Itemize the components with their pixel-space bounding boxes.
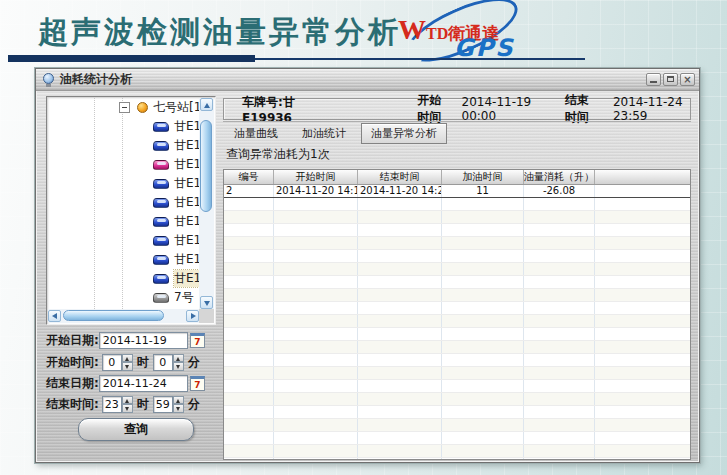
table-row[interactable]: 22014-11-20 14:13...2014-11-20 14:23...1… <box>224 185 690 198</box>
column-header[interactable]: 加油时间 <box>442 170 524 184</box>
stepper-up-button[interactable] <box>173 354 184 363</box>
table-header-row: 编号开始时间结束时间加油时间油量消耗（升） <box>224 170 690 185</box>
tree-vertical-scrollbar[interactable] <box>199 98 214 309</box>
column-header[interactable]: 结束时间 <box>358 170 442 184</box>
stepper-up-button[interactable] <box>122 396 133 405</box>
table-cell[interactable]: 2014-11-20 14:23... <box>358 185 442 197</box>
tree-root-node[interactable]: 七号站[11] <box>48 98 199 117</box>
scroll-up-button[interactable] <box>200 98 213 111</box>
column-header[interactable]: 编号 <box>224 170 274 184</box>
table-empty-row <box>224 237 690 250</box>
stepper-down-button[interactable] <box>173 362 184 371</box>
table-cell <box>358 224 442 236</box>
scroll-left-button[interactable] <box>48 310 61 322</box>
tree-item[interactable]: 甘E1 <box>48 250 199 269</box>
table-cell[interactable]: -26.08 <box>524 185 595 197</box>
chevron-right-icon <box>191 313 196 319</box>
tree-item-label[interactable]: 甘E1 <box>174 156 199 173</box>
table-cell <box>358 393 442 405</box>
tab-fuel-curve[interactable]: 油量曲线 <box>225 124 287 143</box>
tree-item-label[interactable]: 7号 <box>174 289 194 306</box>
end-hour-stepper[interactable]: 23 <box>102 396 133 413</box>
table-empty-row <box>224 445 690 458</box>
collapse-minus-icon[interactable] <box>119 102 130 113</box>
column-header[interactable]: 油量消耗（升） <box>524 170 595 184</box>
start-hour-value[interactable]: 0 <box>102 354 122 371</box>
end-minute-value[interactable]: 59 <box>153 396 173 413</box>
table-cell-filler <box>595 263 690 275</box>
stepper-up-button[interactable] <box>122 354 133 363</box>
page-title: 超声波检测油量异常分析 <box>38 12 401 53</box>
tree-root-label[interactable]: 七号站[11] <box>153 99 199 116</box>
tree-item[interactable]: 甘E1 <box>48 193 199 212</box>
table-cell <box>358 458 442 460</box>
start-time-row: 开始时间: 0 时 0 分 <box>46 353 218 371</box>
tree-item[interactable]: 甘E1 <box>48 269 199 288</box>
tree-horizontal-scrollbar[interactable] <box>48 309 199 323</box>
tree-item-label[interactable]: 甘E1 <box>174 137 199 154</box>
tree-item-label[interactable]: 甘E1 <box>174 270 199 287</box>
table-cell[interactable]: 11 <box>442 185 524 197</box>
start-minute-stepper[interactable]: 0 <box>153 354 184 371</box>
tree-item-label[interactable]: 甘E1 <box>174 213 199 230</box>
vertical-scroll-thumb[interactable] <box>200 120 212 212</box>
tree-item[interactable]: 甘E1 <box>48 117 199 136</box>
tree-item[interactable]: 甘E1 <box>48 174 199 193</box>
scroll-right-button[interactable] <box>186 310 199 322</box>
start-date-calendar-icon[interactable]: 7 <box>190 333 205 348</box>
table-cell <box>442 198 524 210</box>
car-icon <box>153 198 169 208</box>
close-icon: × <box>681 73 694 86</box>
tab-refuel-stats[interactable]: 加油统计 <box>293 124 355 143</box>
table-cell[interactable]: 2 <box>224 185 274 197</box>
table-cell <box>274 315 358 327</box>
start-hour-stepper[interactable]: 0 <box>102 354 133 371</box>
close-button[interactable]: × <box>680 73 695 86</box>
tree-item-label[interactable]: 甘E1 <box>174 175 199 192</box>
scroll-down-button[interactable] <box>200 296 213 309</box>
table-cell <box>442 289 524 301</box>
tree-item[interactable]: 甘E1 <box>48 155 199 174</box>
start-date-input[interactable]: 2014-11-19 <box>99 332 188 349</box>
stepper-down-button[interactable] <box>173 404 184 413</box>
stepper-down-button[interactable] <box>122 362 133 371</box>
vehicle-tree-viewport[interactable]: 七号站[11] 甘E1甘E1甘E1甘E1甘E1甘E1甘E1甘E1甘E17号甘E1 <box>48 98 199 309</box>
table-cell <box>524 380 595 392</box>
table-cell <box>358 445 442 457</box>
car-icon <box>153 122 169 132</box>
car-icon <box>153 274 169 284</box>
stepper-down-button[interactable] <box>122 404 133 413</box>
query-button[interactable]: 查询 <box>78 418 194 441</box>
table-cell <box>224 406 274 418</box>
tree-item[interactable]: 甘E1 <box>48 212 199 231</box>
table-cell <box>358 315 442 327</box>
end-date-input[interactable]: 2014-11-24 <box>99 375 188 392</box>
tab-fuel-anomaly[interactable]: 油量异常分析 <box>361 123 447 144</box>
anomaly-table[interactable]: 编号开始时间结束时间加油时间油量消耗（升） 22014-11-20 14:13.… <box>223 169 691 460</box>
tree-item-label[interactable]: 甘E1 <box>174 194 199 211</box>
tree-item[interactable]: 7号 <box>48 288 199 307</box>
vehicle-info-bar: 车牌号:甘E19936 开始时间 2014-11-19 00:00 结束时间 2… <box>223 98 691 120</box>
minimize-button[interactable] <box>646 73 661 86</box>
tree-item[interactable]: 甘E1 <box>48 136 199 155</box>
tree-item-label[interactable]: 甘E1 <box>174 251 199 268</box>
end-date-calendar-icon[interactable]: 7 <box>190 376 205 391</box>
tree-item-label[interactable]: 甘E1 <box>174 232 199 249</box>
end-hour-value[interactable]: 23 <box>102 396 122 413</box>
table-empty-row <box>224 367 690 380</box>
table-cell <box>442 302 524 314</box>
stepper-up-button[interactable] <box>173 396 184 405</box>
tree-item-label[interactable]: 甘E1 <box>174 118 199 135</box>
table-cell[interactable]: 2014-11-20 14:13... <box>274 185 358 197</box>
column-header[interactable]: 开始时间 <box>274 170 358 184</box>
end-minute-stepper[interactable]: 59 <box>153 396 184 413</box>
restore-button[interactable] <box>663 73 678 86</box>
tree-item[interactable]: 甘E1 <box>48 231 199 250</box>
vehicle-tree: 七号站[11] 甘E1甘E1甘E1甘E1甘E1甘E1甘E1甘E1甘E17号甘E1 <box>46 96 216 325</box>
table-cell <box>358 328 442 340</box>
logo-w: W <box>398 14 426 45</box>
start-minute-value[interactable]: 0 <box>153 354 173 371</box>
horizontal-scroll-thumb[interactable] <box>63 310 164 321</box>
start-time-header-value: 2014-11-19 00:00 <box>462 95 539 123</box>
window-titlebar[interactable]: 油耗统计分析 × <box>36 69 699 91</box>
